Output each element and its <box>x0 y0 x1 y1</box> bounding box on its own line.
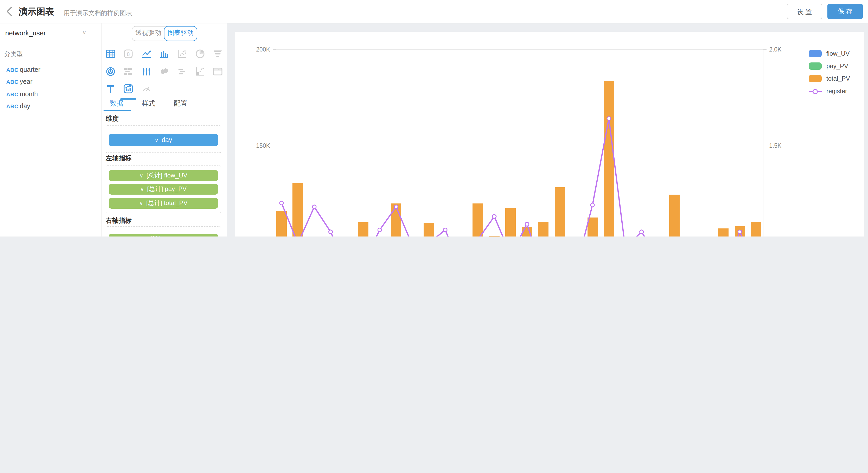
field-name: day <box>20 103 30 110</box>
left-axis-tick <box>273 50 276 50</box>
plot-area: 200K2.0K150K1.5K100K1.0K50K5000011011121… <box>276 50 764 236</box>
pill-label: day <box>162 136 172 144</box>
candlestick-chart-icon[interactable] <box>137 63 155 80</box>
right-axis-dropzone[interactable]: ∨[总计] register <box>106 226 221 236</box>
line-point[interactable] <box>312 205 316 209</box>
tab-data[interactable]: 数据 <box>103 97 130 110</box>
legend-item-pay_PV[interactable]: pay_PV <box>809 60 850 72</box>
field-name: quarter <box>20 66 40 73</box>
right-axis-tick <box>764 50 767 50</box>
iframe-chart-icon[interactable] <box>209 63 227 80</box>
line-point[interactable] <box>591 203 594 207</box>
encoding-pill[interactable]: ∨[总计] pay_PV <box>109 184 218 195</box>
line-point[interactable] <box>640 230 644 234</box>
funnel-chart-icon[interactable] <box>209 45 227 63</box>
page-subtitle: 用于演示文档的样例图表 <box>63 9 132 18</box>
legend-item-flow_UV[interactable]: flow_UV <box>809 48 850 60</box>
rank-bar-chart-icon[interactable] <box>191 63 209 80</box>
encoding-pill[interactable]: ∨day <box>109 134 218 146</box>
back-icon[interactable] <box>4 6 16 17</box>
legend-item-register[interactable]: register <box>809 85 850 97</box>
save-button[interactable]: 保 存 <box>828 4 863 19</box>
dataset-selector[interactable]: network_user ∨ <box>0 23 101 44</box>
chart-config-panel: 透视驱动 图表驱动 8 数据 样式 配置 维度 ∨day 左轴指标 ∨[总计] … <box>101 23 227 236</box>
active-tab-underline <box>103 110 131 112</box>
table-chart-icon[interactable] <box>101 45 119 63</box>
dataset-name: network_user <box>5 29 46 37</box>
field-item-month[interactable]: ABCmonth <box>0 88 101 100</box>
chart-legend: flow_UVpay_PVtotal_PVregister <box>809 48 850 97</box>
line-series-register <box>276 50 764 236</box>
chart-type-row <box>101 63 227 80</box>
legend-swatch <box>809 63 822 70</box>
line-point[interactable] <box>280 201 283 205</box>
pie-chart-icon[interactable] <box>191 45 209 63</box>
word-cloud-chart-icon[interactable] <box>173 63 191 80</box>
pill-label: [总计] register <box>148 235 186 236</box>
bar-chart-chart-icon[interactable] <box>155 45 173 63</box>
right-axis-label: 右轴指标 <box>106 217 132 225</box>
legend-label: register <box>826 87 847 95</box>
mode-toggle: 透视驱动 图表驱动 <box>132 26 197 41</box>
legend-label: pay_PV <box>826 62 848 70</box>
gantt-chart-icon[interactable] <box>119 63 137 80</box>
line-point[interactable] <box>493 215 496 218</box>
settings-button[interactable]: 设 置 <box>787 4 822 19</box>
chart-type-row: 8 <box>101 45 227 63</box>
field-item-quarter[interactable]: ABCquarter <box>0 63 101 76</box>
legend-line-marker <box>809 88 822 95</box>
line-point[interactable] <box>738 230 742 234</box>
right-axis-tick-label: 2.0K <box>769 46 800 53</box>
pill-label: [总计] flow_UV <box>147 171 187 179</box>
chevron-down-icon: ∨ <box>139 200 143 206</box>
radar-chart-icon[interactable] <box>101 63 119 80</box>
svg-text:8: 8 <box>127 52 130 57</box>
line-chart-chart-icon[interactable] <box>137 45 155 63</box>
combo-chart-chart-icon[interactable] <box>119 80 137 98</box>
left-axis-dropzone[interactable]: ∨[总计] flow_UV∨[总计] pay_PV∨[总计] total_PV <box>106 165 221 213</box>
legend-swatch <box>809 50 822 57</box>
line-point[interactable] <box>378 228 381 232</box>
left-axis-tick-label: 200K <box>239 46 270 53</box>
chevron-down-icon: ∨ <box>141 236 145 236</box>
line-point[interactable] <box>394 205 398 209</box>
line-point[interactable] <box>607 117 611 120</box>
encoding-pill[interactable]: ∨[总计] flow_UV <box>109 170 218 181</box>
field-item-year[interactable]: ABCyear <box>0 76 101 88</box>
chart-type-grid: 8 <box>101 45 227 98</box>
left-axis-tick <box>273 146 276 146</box>
left-axis-tick-label: 150K <box>239 142 270 149</box>
dimension-dropzone[interactable]: ∨day <box>106 125 221 153</box>
encoding-pill[interactable]: ∨[总计] total_PV <box>109 197 218 209</box>
dimension-label: 维度 <box>106 115 119 123</box>
text-chart-icon[interactable] <box>101 80 119 98</box>
top-bar: 演示图表 用于演示文档的样例图表 设 置 保 存 <box>0 0 868 24</box>
chevron-down-icon: ∨ <box>82 29 86 36</box>
config-tabs: 数据 样式 配置 <box>103 97 197 112</box>
gauge-chart-icon[interactable] <box>137 80 155 98</box>
encoding-pill[interactable]: ∨[总计] register <box>109 234 218 236</box>
categorical-section-label: 分类型 <box>4 50 23 59</box>
line-point[interactable] <box>525 222 529 226</box>
legend-label: total_PV <box>826 75 850 82</box>
right-axis-tick <box>764 146 767 146</box>
chart-type-row <box>101 80 227 98</box>
tab-style[interactable]: 样式 <box>135 97 162 110</box>
field-item-day[interactable]: ABCday <box>0 100 101 113</box>
scatter-chart-icon[interactable] <box>173 45 191 63</box>
tab-settings[interactable]: 配置 <box>167 97 194 110</box>
toggle-pivot-mode[interactable]: 透视驱动 <box>132 27 164 40</box>
pill-label: [总计] total_PV <box>146 199 188 206</box>
map-chart-icon[interactable] <box>155 63 173 80</box>
field-sidebar: network_user ∨ 分类型 ABCquarterABCyearABCm… <box>0 23 101 236</box>
legend-item-total_PV[interactable]: total_PV <box>809 72 850 85</box>
toggle-chart-mode[interactable]: 图表驱动 <box>164 26 197 41</box>
pill-label: [总计] pay_PV <box>147 185 187 192</box>
field-type-badge: ABC <box>6 91 20 97</box>
legend-label: flow_UV <box>826 50 849 57</box>
left-axis-label: 左轴指标 <box>106 154 132 163</box>
line-point[interactable] <box>443 228 447 232</box>
right-axis-tick-label: 1.5K <box>769 142 800 149</box>
number-card-chart-icon[interactable]: 8 <box>119 45 137 63</box>
line-point[interactable] <box>329 230 333 234</box>
